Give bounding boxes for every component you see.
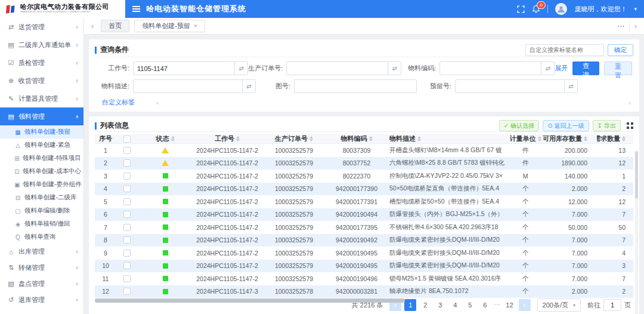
row-checkbox[interactable] <box>123 262 131 269</box>
tab-close-icon[interactable]: × <box>194 23 197 29</box>
goto-page-input[interactable] <box>603 299 621 311</box>
sidebar-subitem[interactable]: ⊞领料单创建-特殊项目 <box>0 152 83 165</box>
column-settings-icon[interactable] <box>627 122 633 129</box>
confirm-button[interactable]: 确定 <box>608 44 633 56</box>
sort-icon[interactable] <box>584 136 587 141</box>
sidebar-subitem[interactable]: ⊡领料单创建-成本中心 <box>0 165 83 178</box>
field-filter-icon[interactable]: ⇄ <box>243 79 256 93</box>
confirm-selection-button[interactable]: ✓ 确认选择 <box>499 120 539 131</box>
pagination-page[interactable]: 2 <box>419 299 431 311</box>
field-filter-icon[interactable]: ⇄ <box>235 61 248 75</box>
field-input[interactable] <box>133 79 243 93</box>
table-row[interactable]: 122024HPC1105-1147-310003252578942000003… <box>95 285 633 298</box>
sort-icon[interactable] <box>309 136 313 141</box>
sidebar-item[interactable]: ☑质检管理∨ <box>0 54 83 72</box>
sidebar-subitem[interactable]: ▣领料单创建-委外组件 <box>0 178 83 191</box>
row-checkbox[interactable] <box>123 198 131 205</box>
sidebar-item[interactable]: ⌂出库管理∨ <box>0 244 83 260</box>
tab-back-icon[interactable]: ‹ <box>89 21 96 30</box>
table-row[interactable]: 52024HPC1105-1147-2100032525799420001773… <box>95 195 633 208</box>
back-to-parent-button[interactable]: ⊙ 返回上一级 <box>543 120 589 131</box>
pagination-page[interactable]: 1 <box>404 299 416 311</box>
custom-tag-input[interactable] <box>525 44 604 56</box>
pagination-page[interactable]: 6 <box>479 299 491 311</box>
field-input[interactable] <box>455 79 565 93</box>
pagination-page[interactable]: 12 <box>503 299 515 311</box>
row-checkbox[interactable] <box>123 173 131 180</box>
table-row[interactable]: 112024HPC1105-1147-210003252579942000190… <box>95 272 633 285</box>
field-input[interactable] <box>439 61 541 75</box>
row-checkbox[interactable] <box>123 211 131 218</box>
column-header[interactable]: 计量单位 <box>510 134 541 143</box>
sidebar-subitem[interactable]: △领料单创建-紧急 <box>0 138 83 152</box>
tab-more-icon[interactable]: ⋯ <box>612 22 629 30</box>
row-checkbox[interactable] <box>123 224 131 231</box>
sidebar-subitem[interactable]: Q领料单查询 <box>0 230 83 244</box>
table-row[interactable]: 62024HPC1105-1147-2100032525799420001904… <box>95 208 633 221</box>
horizontal-scrollbar-thumb[interactable] <box>95 298 405 303</box>
select-all-checkbox[interactable] <box>123 136 131 143</box>
table-row[interactable]: 92024HPC1105-1147-2100032525799420001904… <box>95 247 633 260</box>
notification-bell-icon[interactable]: 0 <box>532 5 540 13</box>
sidebar-item-active[interactable]: ▤领料管理∧ <box>0 107 83 125</box>
sidebar-item[interactable]: ⊕收货管理∨ <box>0 72 83 90</box>
user-avatar[interactable] <box>555 3 567 15</box>
column-header[interactable]: 物料编码 <box>326 134 387 143</box>
sidebar-subitem[interactable]: ▦领料单创建-预留 <box>0 125 83 138</box>
column-header[interactable]: 物料描述 <box>387 134 510 143</box>
field-filter-icon[interactable]: ⇄ <box>541 61 555 75</box>
sidebar-item[interactable]: ⇅转储管理∨ <box>0 260 83 276</box>
sidebar-subitem[interactable]: ▢领料单编辑/删除 <box>0 204 83 217</box>
row-checkbox[interactable] <box>123 185 131 192</box>
row-checkbox[interactable] <box>123 147 131 154</box>
column-header[interactable]: 状态 <box>138 134 193 143</box>
table-row[interactable]: 42024HPC1105-1147-2100032525799420001773… <box>95 183 633 196</box>
search-button[interactable]: 查询 <box>572 61 599 75</box>
page-size-select[interactable]: 200条/页 ▾ <box>537 298 581 312</box>
sidebar-item[interactable]: ▤二级库入库通知单∨ <box>0 36 83 54</box>
row-checkbox[interactable] <box>123 275 131 282</box>
vertical-scrollbar-thumb[interactable] <box>635 151 638 199</box>
field-input[interactable] <box>133 61 235 75</box>
row-checkbox[interactable] <box>123 236 131 244</box>
row-checkbox[interactable] <box>123 250 131 257</box>
column-header[interactable]: 工作号 <box>193 134 262 143</box>
sort-icon[interactable] <box>236 136 240 141</box>
row-checkbox[interactable] <box>123 288 131 295</box>
sidebar-item[interactable]: ✎计量器具管理∨ <box>0 90 83 107</box>
table-row[interactable]: 32024HPC1105-1147-21000325257980222370控制… <box>95 170 633 183</box>
table-row[interactable]: 22024HPC1105-1147-21000325257980037752六角… <box>95 157 633 170</box>
table-row[interactable]: 102024HPC1105-1147-210003252579942000190… <box>95 260 633 273</box>
field-input[interactable] <box>286 61 388 75</box>
tag-scroll-right-icon[interactable]: › <box>628 99 631 106</box>
table-row[interactable]: 82024HPC1105-1147-2100032525799420001904… <box>95 234 633 247</box>
custom-tag-link[interactable]: 自定义标签 <box>102 98 135 107</box>
column-header[interactable]: 需求数量 <box>597 134 630 143</box>
sort-icon[interactable] <box>171 136 175 141</box>
field-input[interactable] <box>294 79 417 93</box>
row-checkbox[interactable] <box>123 159 131 167</box>
reset-button[interactable]: 重置 <box>604 61 632 75</box>
column-header[interactable]: 生产订单号 <box>262 134 326 143</box>
field-filter-icon[interactable]: ⇄ <box>565 79 578 93</box>
pagination-next-icon[interactable]: › <box>519 299 531 311</box>
pagination-ellipsis[interactable]: … <box>494 299 500 311</box>
sidebar-item[interactable]: ▧盘点管理∨ <box>0 276 83 292</box>
tag-scroll-left-icon[interactable]: ‹ <box>156 99 159 106</box>
user-menu-caret-icon[interactable]: ▾ <box>634 6 637 12</box>
sort-icon[interactable] <box>417 136 421 141</box>
table-row[interactable]: 72024HPC1105-1147-2100032525799420001773… <box>95 221 633 234</box>
sidebar-item[interactable]: ↺退库管理∨ <box>0 292 83 308</box>
tab-home[interactable]: 首页 <box>101 20 129 32</box>
fullscreen-icon[interactable] <box>517 5 525 13</box>
menu-collapse-icon[interactable] <box>132 6 140 7</box>
sidebar-item[interactable]: ⇄送货管理∨ <box>0 18 83 36</box>
pagination-page[interactable]: 4 <box>449 299 461 311</box>
pagination-page[interactable]: 5 <box>464 299 476 311</box>
expand-link[interactable]: 展开 <box>555 64 568 73</box>
sidebar-subitem[interactable]: ◈领料单核销/撤回 <box>0 217 83 230</box>
sidebar-subitem[interactable]: ⊟领料单创建-二级库 <box>0 191 83 204</box>
select-all-cell[interactable] <box>116 136 138 143</box>
tab-forward-icon[interactable]: › <box>629 22 639 30</box>
field-filter-icon[interactable]: ⇄ <box>388 61 401 75</box>
